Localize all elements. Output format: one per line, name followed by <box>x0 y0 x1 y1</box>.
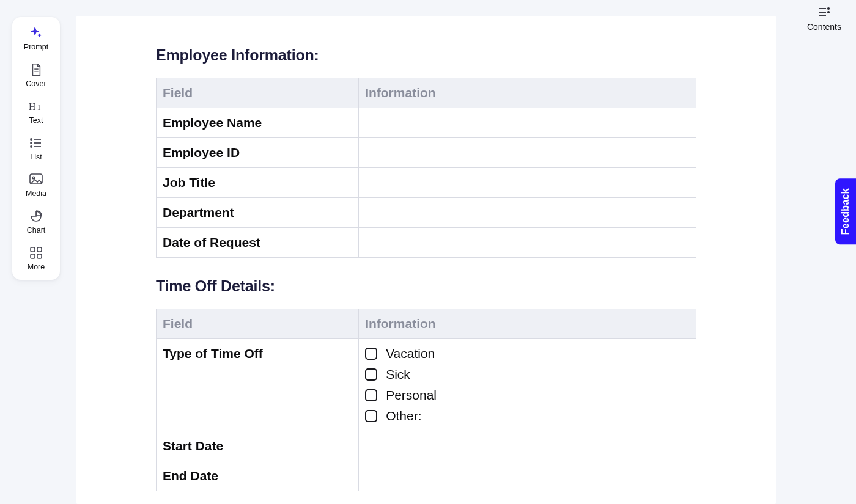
checkbox-icon[interactable] <box>365 368 377 381</box>
table-header-info: Information <box>359 78 696 108</box>
toolbar-item-media[interactable]: Media <box>15 171 57 199</box>
svg-rect-15 <box>37 254 42 258</box>
table-cell-info[interactable] <box>359 108 696 138</box>
toolbar-item-label: List <box>30 153 42 161</box>
sparkle-icon <box>29 26 43 40</box>
table-row-type-time-off[interactable]: Type of Time Off Vacation Sick <box>157 339 696 431</box>
table-row[interactable]: Job Title <box>157 168 696 198</box>
table-row[interactable]: Department <box>157 198 696 228</box>
svg-point-19 <box>828 12 829 13</box>
svg-point-11 <box>32 177 35 179</box>
time-off-table: Field Information Type of Time Off Vacat… <box>156 309 696 491</box>
table-cell-field: Employee ID <box>157 138 359 168</box>
toolbar-item-label: Chart <box>27 226 46 235</box>
table-header-row: Field Information <box>157 78 696 108</box>
table-cell-info[interactable] <box>359 198 696 228</box>
checkbox-label: Vacation <box>386 346 435 361</box>
table-cell-field: Department <box>157 198 359 228</box>
table-row[interactable]: Start Date <box>157 431 696 461</box>
checkbox-icon[interactable] <box>365 348 377 360</box>
toolbar-item-cover[interactable]: Cover <box>15 61 57 89</box>
toolbar-item-label: Prompt <box>24 43 48 51</box>
svg-point-17 <box>828 8 829 9</box>
pie-chart-icon <box>29 209 43 224</box>
svg-rect-12 <box>31 247 35 252</box>
toolbar-item-more[interactable]: More <box>15 244 57 272</box>
table-cell-info[interactable] <box>359 228 696 258</box>
checkbox-option-vacation[interactable]: Vacation <box>365 346 690 361</box>
svg-point-4 <box>31 139 32 140</box>
toolbar-item-list[interactable]: List <box>15 134 57 163</box>
toolbar-item-label: Cover <box>26 79 46 88</box>
table-row[interactable]: Employee Name <box>157 108 696 138</box>
svg-text:1: 1 <box>37 103 41 112</box>
checkbox-icon[interactable] <box>365 389 377 401</box>
checkbox-option-sick[interactable]: Sick <box>365 367 690 382</box>
checkbox-label: Sick <box>386 367 410 382</box>
table-cell-info[interactable] <box>359 461 696 491</box>
table-cell-field: End Date <box>157 461 359 491</box>
checkbox-option-other[interactable]: Other: <box>365 409 690 423</box>
table-row[interactable]: End Date <box>157 461 696 491</box>
toolbar-item-label: More <box>28 263 45 271</box>
list-icon <box>29 136 43 150</box>
grid-icon <box>29 246 43 260</box>
table-header-info: Information <box>359 309 696 339</box>
contents-label: Contents <box>807 22 841 32</box>
document-page: Employee Information: Field Information … <box>76 16 776 504</box>
table-cell-field: Job Title <box>157 168 359 198</box>
toolbar-item-chart[interactable]: Chart <box>15 208 57 236</box>
time-off-type-options: Vacation Sick Personal Other: <box>365 346 690 423</box>
contents-button[interactable]: Contents <box>805 1 844 35</box>
svg-text:H: H <box>29 101 35 112</box>
toc-icon <box>817 5 832 20</box>
svg-rect-14 <box>31 254 35 258</box>
left-toolbar: Prompt Cover H1 Text List <box>12 17 60 280</box>
table-cell-info[interactable] <box>359 431 696 461</box>
feedback-label: Feedback <box>840 188 850 235</box>
svg-point-8 <box>31 146 32 147</box>
employee-info-table: Field Information Employee Name Employee… <box>156 78 696 258</box>
checkbox-label: Personal <box>386 388 437 403</box>
table-cell-info: Vacation Sick Personal Other: <box>359 339 696 431</box>
heading-icon: H1 <box>29 99 43 114</box>
section-title-time-off: Time Off Details: <box>156 277 696 295</box>
toolbar-item-prompt[interactable]: Prompt <box>15 24 57 53</box>
svg-rect-13 <box>37 247 42 252</box>
table-cell-field: Start Date <box>157 431 359 461</box>
table-cell-field: Employee Name <box>157 108 359 138</box>
table-header-row: Field Information <box>157 309 696 339</box>
image-icon <box>29 172 43 187</box>
page-icon <box>29 62 43 77</box>
toolbar-item-text[interactable]: H1 Text <box>15 98 57 126</box>
section-title-employee-info: Employee Information: <box>156 46 696 64</box>
table-cell-info[interactable] <box>359 168 696 198</box>
toolbar-item-label: Text <box>29 116 43 125</box>
toolbar-item-label: Media <box>26 189 46 198</box>
svg-point-6 <box>31 142 32 144</box>
table-row[interactable]: Employee ID <box>157 138 696 168</box>
checkbox-option-personal[interactable]: Personal <box>365 388 690 403</box>
checkbox-label: Other: <box>386 409 421 423</box>
table-row[interactable]: Date of Request <box>157 228 696 258</box>
checkbox-icon[interactable] <box>365 410 377 422</box>
table-cell-field: Date of Request <box>157 228 359 258</box>
table-header-field: Field <box>157 78 359 108</box>
feedback-tab[interactable]: Feedback <box>835 178 856 244</box>
table-cell-field: Type of Time Off <box>157 339 359 431</box>
table-cell-info[interactable] <box>359 138 696 168</box>
table-header-field: Field <box>157 309 359 339</box>
